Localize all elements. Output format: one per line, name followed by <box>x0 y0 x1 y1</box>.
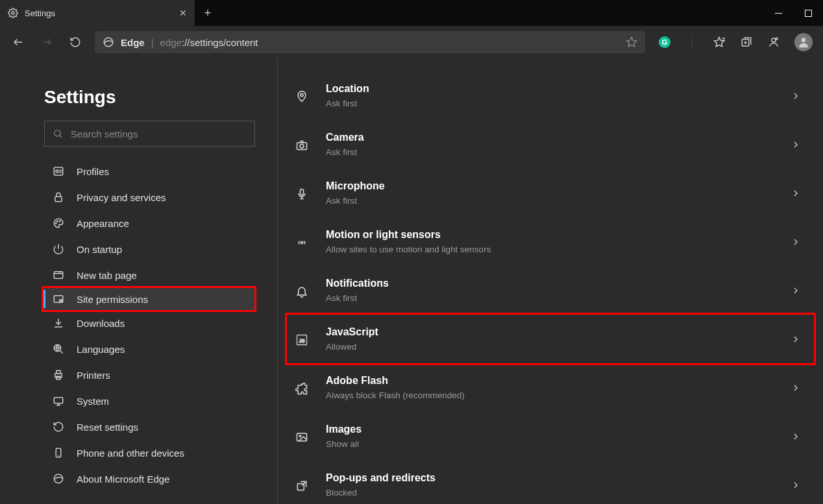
back-button[interactable] <box>5 30 31 54</box>
globe-icon <box>52 343 65 355</box>
sidebar-item-appearance[interactable]: Appearance <box>0 210 277 236</box>
tab-title: Settings <box>25 8 55 18</box>
image-icon <box>293 429 310 444</box>
permissions-panel: LocationAsk first CameraAsk first Microp… <box>278 58 823 504</box>
perm-notifications[interactable]: NotificationsAsk first <box>287 266 814 315</box>
svg-point-54 <box>299 435 301 437</box>
svg-point-18 <box>802 38 806 42</box>
toolbar: Edge | edge://settings/content G <box>0 26 823 58</box>
chevron-right-icon <box>791 188 801 198</box>
svg-point-24 <box>56 222 57 224</box>
sidebar-item-phone[interactable]: Phone and other devices <box>0 440 277 466</box>
sidebar-item-newtab[interactable]: New tab page <box>0 262 277 288</box>
download-icon <box>52 317 65 329</box>
svg-point-25 <box>57 221 58 222</box>
sidebar-item-label: About Microsoft Edge <box>77 474 169 485</box>
svg-rect-45 <box>297 142 307 149</box>
favorites-icon[interactable] <box>706 30 732 54</box>
sidebar-item-printers[interactable]: Printers <box>0 362 277 388</box>
perm-camera[interactable]: CameraAsk first <box>287 120 814 169</box>
svg-rect-28 <box>54 272 63 279</box>
svg-rect-38 <box>54 398 63 403</box>
person-ext-icon[interactable] <box>761 30 787 54</box>
edge-icon <box>52 473 65 485</box>
pipe-divider-icon <box>679 30 705 54</box>
address-brand: Edge <box>121 37 145 48</box>
browser-tab[interactable]: Settings ✕ <box>0 0 195 26</box>
perm-images[interactable]: ImagesShow all <box>287 412 814 461</box>
new-tab-button[interactable]: + <box>195 0 221 26</box>
svg-rect-36 <box>56 370 60 374</box>
svg-point-17 <box>776 38 778 40</box>
minimize-button[interactable] <box>763 0 793 26</box>
chevron-right-icon <box>791 383 801 393</box>
perm-title: Location <box>326 83 775 95</box>
perm-location[interactable]: LocationAsk first <box>287 71 814 120</box>
forward-button[interactable] <box>34 30 60 54</box>
refresh-button[interactable] <box>62 30 88 54</box>
sidebar-item-label: Privacy and services <box>77 192 166 203</box>
svg-rect-47 <box>301 189 304 195</box>
perm-sub: Allow sites to use motion and light sens… <box>326 245 775 254</box>
perm-title: Motion or light sensors <box>326 229 775 241</box>
popup-icon <box>293 478 310 492</box>
profile-icon <box>52 165 65 177</box>
favorite-icon[interactable] <box>626 36 637 48</box>
lock-icon <box>52 191 65 203</box>
chevron-right-icon <box>791 139 801 150</box>
perm-title: Adobe Flash <box>326 375 775 387</box>
mic-icon <box>293 186 310 200</box>
sidebar-item-label: System <box>77 396 109 407</box>
sidebar-item-label: Profiles <box>77 166 109 177</box>
sidebar-item-label: On startup <box>77 244 122 255</box>
sidebar-item-privacy[interactable]: Privacy and services <box>0 184 277 210</box>
close-tab-icon[interactable]: ✕ <box>179 8 187 18</box>
svg-text:G: G <box>662 38 668 46</box>
svg-text:JS: JS <box>299 338 305 344</box>
sidebar-item-languages[interactable]: Languages <box>0 336 277 362</box>
search-input[interactable] <box>71 128 247 139</box>
svg-point-26 <box>60 221 61 222</box>
power-icon <box>52 243 65 255</box>
svg-point-16 <box>772 38 776 42</box>
settings-heading: Settings <box>44 87 277 108</box>
perm-sub: Ask first <box>326 196 775 206</box>
search-icon <box>53 128 63 139</box>
sidebar-item-system[interactable]: System <box>0 388 277 414</box>
sidebar-item-about[interactable]: About Microsoft Edge <box>0 466 277 492</box>
perm-microphone[interactable]: MicrophoneAsk first <box>287 169 814 217</box>
maximize-button[interactable] <box>793 0 823 26</box>
chevron-right-icon <box>791 91 801 101</box>
address-separator: | <box>151 37 154 48</box>
collections-icon[interactable] <box>733 30 759 54</box>
svg-marker-6 <box>627 38 637 47</box>
perm-title: Pop-ups and redirects <box>326 472 775 484</box>
profile-avatar[interactable] <box>794 33 813 51</box>
chevron-right-icon <box>791 480 801 490</box>
sidebar-item-site-permissions[interactable]: Site permissions <box>42 286 256 312</box>
printer-icon <box>52 369 65 381</box>
svg-point-0 <box>12 12 14 14</box>
js-icon: JS <box>293 332 310 346</box>
address-bar[interactable]: Edge | edge://settings/content <box>95 31 645 53</box>
perm-motion[interactable]: Motion or light sensorsAllow sites to us… <box>287 217 814 266</box>
window-icon <box>52 269 65 281</box>
system-icon <box>52 395 65 407</box>
sidebar-item-label: Languages <box>77 344 125 355</box>
puzzle-icon <box>293 381 310 395</box>
grammarly-ext-icon[interactable]: G <box>652 30 678 54</box>
perm-sub: Show all <box>326 439 775 449</box>
settings-search[interactable] <box>44 121 255 147</box>
perm-sub: Ask first <box>326 147 775 157</box>
sidebar-item-reset[interactable]: Reset settings <box>0 414 277 440</box>
svg-rect-23 <box>55 197 62 202</box>
perm-flash[interactable]: Adobe FlashAlways block Flash (recommend… <box>287 363 814 412</box>
perm-sub: Blocked <box>326 488 775 498</box>
perm-javascript[interactable]: JS JavaScriptAllowed <box>285 313 816 365</box>
sidebar-item-startup[interactable]: On startup <box>0 236 277 262</box>
sidebar-item-downloads[interactable]: Downloads <box>0 310 277 336</box>
sidebar-item-profiles[interactable]: Profiles <box>0 158 277 184</box>
sidebar-item-label: Phone and other devices <box>77 448 184 459</box>
sidebar-item-label: Reset settings <box>77 422 138 433</box>
perm-popups[interactable]: Pop-ups and redirectsBlocked <box>287 461 814 504</box>
